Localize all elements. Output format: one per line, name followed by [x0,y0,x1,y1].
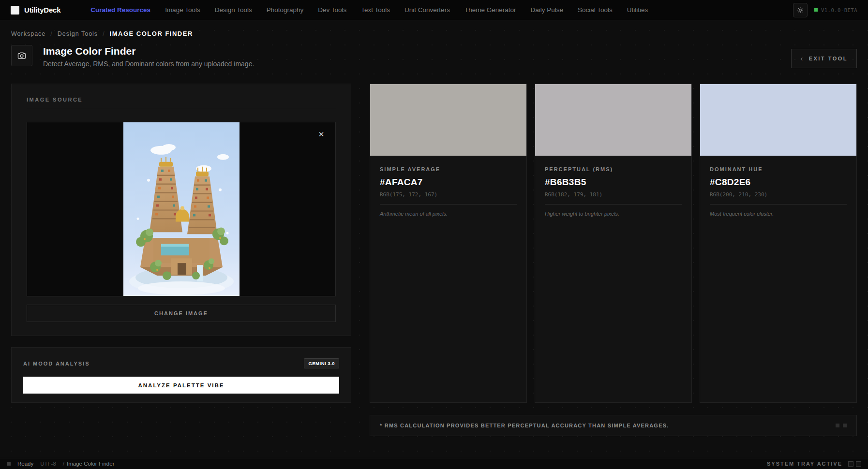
tray-square-icon [848,461,853,467]
rgb-value: RGB(175, 172, 167) [380,191,517,205]
hex-value: #B6B3B5 [545,177,682,188]
content: IMAGE SOURCE [11,84,857,436]
card-label: DOMINANT HUE [710,166,847,172]
footnote-text: * RMS CALCULATION PROVIDES BETTER PERCEP… [380,423,669,428]
gemini-badge: GEMINI 3.0 [304,358,339,368]
breadcrumb-design-tools[interactable]: Design Tools [58,30,98,37]
breadcrumb-separator: / [50,30,52,37]
card-label: SIMPLE AVERAGE [380,166,517,172]
tray-icons[interactable] [848,461,861,467]
left-column: IMAGE SOURCE [11,84,351,436]
nav-item-daily-pulse[interactable]: Daily Pulse [530,6,563,14]
card-description: Higher weight to brighter pixels. [545,211,682,217]
rgb-value: RGB(200, 210, 230) [710,191,847,205]
breadcrumb-separator: / [103,30,105,37]
app-window: UtilityDeck Curated ResourcesImage Tools… [0,0,868,469]
card-info: DOMINANT HUE #C8D2E6 RGB(200, 210, 230) … [700,156,856,227]
breadcrumb: Workspace / Design Tools / IMAGE COLOR F… [11,30,857,37]
rms-footnote: * RMS CALCULATION PROVIDES BETTER PERCEP… [370,415,857,436]
nav-item-text-tools[interactable]: Text Tools [361,6,390,14]
nav-item-utilities[interactable]: Utilities [627,6,648,14]
remove-image-button[interactable]: ✕ [315,128,328,141]
result-card-simple-average: SIMPLE AVERAGE #AFACA7 RGB(175, 172, 167… [370,84,527,403]
result-cards: SIMPLE AVERAGE #AFACA7 RGB(175, 172, 167… [370,84,857,403]
sun-icon [797,7,804,14]
ai-panel-header: AI MOOD ANALYSIS GEMINI 3.0 [23,358,339,368]
analyze-palette-button[interactable]: ANALYZE PALETTE VIBE [23,377,339,394]
color-swatch [370,84,526,156]
ai-panel-title: AI MOOD ANALYSIS [23,361,90,366]
card-description: Arithmetic mean of all pixels. [380,211,517,217]
nav-right: V1.0.0-BETA [793,3,857,17]
version-label: V1.0.0-BETA [821,7,857,13]
brand[interactable]: UtilityDeck [11,6,60,15]
status-dot-icon [814,8,818,12]
status-ready: Ready [17,461,33,467]
breadcrumb-current: IMAGE COLOR FINDER [110,30,193,37]
change-image-button[interactable]: CHANGE IMAGE [27,305,336,322]
uploaded-image-preview [123,122,239,296]
exit-tool-label: EXIT TOOL [809,56,848,61]
main-area: Workspace / Design Tools / IMAGE COLOR F… [0,20,868,458]
status-right: SYSTEM TRAY ACTIVE [767,461,861,467]
color-swatch [535,84,691,156]
page-subtitle: Detect Average, RMS, and Dominant colors… [43,60,254,68]
brand-name: UtilityDeck [24,6,60,14]
page-header: Image Color Finder Detect Average, RMS, … [11,45,857,68]
color-swatch [700,84,856,156]
nav-item-social-tools[interactable]: Social Tools [578,6,613,14]
main-nav: Curated ResourcesImage ToolsDesign Tools… [90,6,793,14]
footnote-decoration-icon [836,424,847,427]
card-info: SIMPLE AVERAGE #AFACA7 RGB(175, 172, 167… [370,156,526,227]
page-title: Image Color Finder [43,45,254,57]
tray-square-icon [856,461,861,467]
ready-dot-icon [7,462,11,466]
hex-value: #C8D2E6 [710,177,847,188]
top-nav: UtilityDeck Curated ResourcesImage Tools… [0,0,868,20]
brand-logo-icon [11,6,19,15]
card-info: PERCEPTUAL (RMS) #B6B3B5 RGB(182, 179, 1… [535,156,691,227]
nav-item-image-tools[interactable]: Image Tools [165,6,200,14]
nav-item-photography[interactable]: Photography [267,6,304,14]
nav-item-design-tools[interactable]: Design Tools [215,6,252,14]
nav-item-curated-resources[interactable]: Curated Resources [90,6,150,14]
close-icon: ✕ [318,130,325,139]
page-title-block: Image Color Finder Detect Average, RMS, … [43,45,254,68]
right-column: SIMPLE AVERAGE #AFACA7 RGB(175, 172, 167… [370,84,857,436]
status-tool-separator: / [63,461,64,467]
camera-icon [17,51,27,60]
image-source-title: IMAGE SOURCE [27,97,336,109]
image-source-panel: IMAGE SOURCE [11,84,351,336]
image-preview-box: ✕ [27,122,336,296]
nav-item-dev-tools[interactable]: Dev Tools [318,6,346,14]
ai-mood-panel: AI MOOD ANALYSIS GEMINI 3.0 ANALYZE PALE… [11,347,351,403]
system-tray-label: SYSTEM TRAY ACTIVE [767,461,842,467]
result-card-dominant-hue: DOMINANT HUE #C8D2E6 RGB(200, 210, 230) … [700,84,857,403]
nav-item-theme-generator[interactable]: Theme Generator [464,6,516,14]
status-left: Ready UTF-8 /Image Color Finder [7,461,114,467]
status-tool-name: Image Color Finder [67,461,114,467]
hex-value: #AFACA7 [380,177,517,188]
card-description: Most frequent color cluster. [710,211,847,217]
breadcrumb-workspace[interactable]: Workspace [11,30,45,37]
rgb-value: RGB(182, 179, 181) [545,191,682,205]
card-label: PERCEPTUAL (RMS) [545,166,682,172]
chevron-left-icon: ‹ [800,55,804,62]
status-encoding: UTF-8 [40,461,56,467]
status-bar: Ready UTF-8 /Image Color Finder SYSTEM T… [0,458,868,469]
tool-icon-box [11,45,32,66]
exit-tool-button[interactable]: ‹ EXIT TOOL [791,49,857,68]
result-card-perceptual-rms: PERCEPTUAL (RMS) #B6B3B5 RGB(182, 179, 1… [535,84,692,403]
nav-item-unit-converters[interactable]: Unit Converters [404,6,450,14]
status-tool: /Image Color Finder [63,461,115,467]
theme-toggle-button[interactable] [793,3,808,17]
version-indicator: V1.0.0-BETA [814,7,857,13]
